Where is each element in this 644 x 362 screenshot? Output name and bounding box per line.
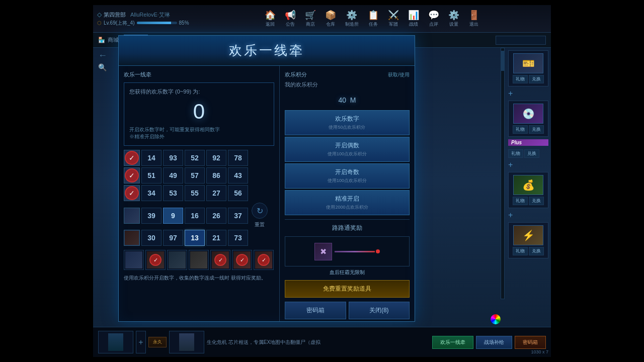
num-cell[interactable]: 30 [141, 230, 162, 246]
grid-row-1: ✓ 14 93 52 92 78 [124, 150, 274, 166]
color-wheel [491, 314, 501, 324]
num-cell[interactable]: 56 [228, 185, 248, 201]
bottom-area: + 永久 生化危机 芯片相送，专属EX地图中击翻僵尸（虚拟 欢乐一线牵 战场补给… [93, 327, 551, 357]
zoom-icon[interactable]: 🔍 [98, 63, 107, 71]
left-section-title: 欢乐一线牵 [124, 71, 274, 78]
grid-row-3: ✓ 34 53 55 27 56 [124, 185, 274, 201]
nav-review[interactable]: 💬 点评 [428, 10, 439, 28]
free-reset-btn[interactable]: 免费重置奖励道具 [285, 280, 410, 298]
char-slot-2[interactable] [169, 331, 204, 353]
nav-shop[interactable]: 🛒 商店 [305, 10, 316, 28]
dialog-title: 欢乐一线牵 [229, 42, 304, 59]
num-cell[interactable]: 27 [206, 185, 226, 201]
num-cell[interactable]: 43 [228, 167, 248, 184]
num-cell[interactable]: 16 [185, 208, 205, 224]
dialog-left-section: 欢乐一线牵 您获得的欢乐数字 (0~99) 为: 0 开启欢乐数字时，可能重复获… [119, 66, 280, 321]
num-cell[interactable]: 34 [141, 185, 162, 201]
quick-btn-supply[interactable]: 战场补给 [476, 336, 512, 349]
num-cell[interactable]: 39 [141, 208, 162, 224]
road-reward-title: 路路通奖励 [285, 224, 410, 232]
reward-item-icon: ✖ [314, 243, 332, 260]
nav-level: ⬡ Lv.69(上将_4) 85% [97, 20, 189, 27]
reward-line-bar [335, 251, 375, 252]
num-cell[interactable]: 78 [228, 150, 248, 166]
nav-warehouse[interactable]: 📦 仓库 [325, 10, 336, 28]
back-arrow[interactable]: ← [98, 50, 107, 61]
row-1-check: ✓ [125, 151, 139, 165]
joy-number-btn[interactable]: 欢乐数字 使用50点欢乐积分 [285, 110, 410, 135]
dialog-footer: 密码箱 关闭(8) [285, 302, 410, 319]
num-cell[interactable]: 37 [228, 208, 248, 224]
redeem-btn-1[interactable]: 兑换 [529, 75, 544, 83]
points-value: 40 M [285, 90, 410, 106]
num-cell[interactable]: 93 [163, 150, 183, 166]
nav-guild[interactable]: ⚔️ 军团 [388, 10, 399, 28]
reward-note: 血后狂霸无限制 [285, 269, 410, 276]
row-5-nums: 30 97 13 21 73 [141, 230, 248, 246]
nav-announcement[interactable]: 📢 公告 [285, 10, 296, 28]
refresh-button[interactable]: ↻ [252, 203, 268, 219]
code-box-btn[interactable]: 密码箱 [285, 302, 346, 319]
refresh-area: ↻ 重置 [250, 203, 270, 228]
num-cell-selected[interactable]: 13 [185, 230, 205, 246]
reset-label: 重置 [255, 221, 265, 228]
divider [285, 219, 410, 220]
desc-text: 使用欢乐积分开启数字，收集的数字连成一线时 获得对应奖励。 [124, 274, 274, 282]
redeem-btn-2[interactable]: 兑换 [529, 125, 544, 134]
color-picker-icon[interactable] [491, 314, 501, 324]
nav-forge[interactable]: ⚙️ 制造所 [345, 10, 359, 28]
char-slot-1[interactable] [98, 331, 133, 353]
nav-settings[interactable]: ⚙️ 设置 [448, 10, 459, 28]
redeem-btn-3[interactable]: 兑换 [529, 197, 544, 205]
num-cell[interactable]: 51 [141, 167, 162, 184]
num-cell[interactable]: 57 [185, 167, 205, 184]
bottom-desc: 生化危机 芯片相送，专属EX地图中击翻僵尸（虚拟 [207, 339, 430, 346]
nav-mission[interactable]: 📋 任务 [368, 10, 379, 28]
bottom-icon-4: ✓ [210, 250, 230, 270]
nav-record[interactable]: 📊 战绩 [408, 10, 419, 28]
quick-btn-codebox[interactable]: 密码箱 [515, 336, 546, 349]
num-cell[interactable]: 53 [163, 185, 183, 201]
quick-btn-joy[interactable]: 欢乐一线牵 [432, 336, 473, 349]
nav-icons: 🏠 返回 📢 公告 🛒 商店 📦 仓库 ⚙️ 制造所 📋 任务 [193, 10, 551, 28]
num-cell[interactable]: 26 [206, 208, 226, 224]
row-2-icon: ✓ [124, 167, 140, 184]
nav-exit[interactable]: 🚪 退出 [468, 10, 479, 28]
num-cell[interactable]: 21 [206, 230, 226, 246]
nav-title: ◇ 第四营部 AlluRelovE·艾琳 [97, 11, 189, 19]
nav-arrows: ← 🔍 [98, 50, 107, 71]
row-1-nums: 14 93 52 92 78 [141, 150, 248, 166]
num-cell[interactable]: 55 [185, 185, 205, 201]
row-4-nums: 39 9 16 26 37 [141, 208, 248, 224]
open-even-btn[interactable]: 开启偶数 使用100点欢乐积分 [285, 137, 410, 162]
close-btn[interactable]: 关闭(8) [349, 302, 410, 319]
char-slot-2-icon [179, 333, 194, 351]
num-cell[interactable]: 97 [163, 230, 183, 246]
top-navigation: ◇ 第四营部 AlluRelovE·艾琳 ⬡ Lv.69(上将_4) 85% 🏠… [93, 5, 551, 33]
bottom-icon-0 [124, 250, 144, 270]
exp-bar [137, 22, 177, 24]
precise-open-btn[interactable]: 精准开启 使用2000点欢乐积分 [285, 190, 410, 215]
my-points-label: 我的欢乐积分 [285, 81, 410, 88]
permanent-label: 永久 [148, 337, 167, 347]
num-cell-highlighted[interactable]: 9 [163, 208, 183, 224]
open-odd-btn[interactable]: 开启奇数 使用100点欢乐积分 [285, 163, 410, 189]
num-cell[interactable]: 92 [206, 150, 226, 166]
number-prompt: 您获得的欢乐数字 (0~99) 为: [129, 88, 269, 96]
main-dialog: 欢乐一线牵 欢乐一线牵 您获得的欢乐数字 (0~99) 为: 0 开启欢乐数字时… [118, 35, 415, 322]
num-cell[interactable]: 73 [228, 230, 248, 246]
top-black-bar [0, 0, 644, 5]
redeem-btn-4[interactable]: 兑换 [529, 247, 544, 255]
row-4-icon [124, 208, 140, 224]
get-use-link[interactable]: 获取/使用 [388, 71, 410, 78]
add-slot-btn[interactable]: + [136, 331, 146, 353]
row-3-nums: 34 53 55 27 56 [141, 185, 248, 201]
nav-home[interactable]: 🏠 返回 [265, 10, 276, 28]
num-cell[interactable]: 86 [206, 167, 226, 184]
reward-line [335, 249, 380, 253]
joy-points-title: 欢乐积分 [285, 71, 307, 78]
nav-left-info: ◇ 第四营部 AlluRelovE·艾琳 ⬡ Lv.69(上将_4) 85% [93, 9, 193, 29]
num-cell[interactable]: 14 [141, 150, 162, 166]
num-cell[interactable]: 49 [163, 167, 183, 184]
num-cell[interactable]: 52 [185, 150, 205, 166]
